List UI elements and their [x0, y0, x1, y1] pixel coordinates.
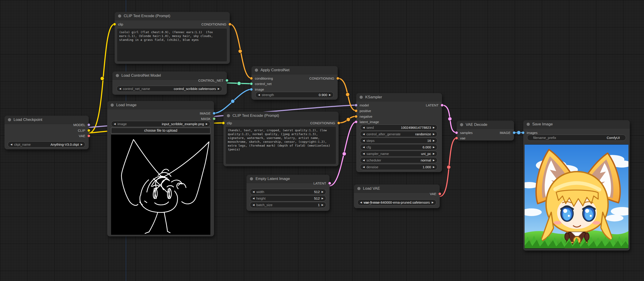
decrement-arrow-icon[interactable]: ◀ [363, 133, 364, 135]
conditioning-port-icon[interactable] [336, 77, 339, 80]
widget-batch-size[interactable]: ◀ batch_size 1 ▶ [250, 202, 326, 208]
collapse-dot[interactable] [8, 118, 11, 121]
latent-port-icon[interactable] [354, 120, 358, 123]
mask-port-icon[interactable] [213, 117, 216, 120]
decrement-arrow-icon[interactable]: ◀ [258, 94, 260, 96]
input-slot-image[interactable]: image [250, 87, 264, 92]
output-slot-mask[interactable]: MASK [201, 116, 216, 121]
collapse-dot[interactable] [118, 14, 121, 17]
input-slot-vae[interactable]: vae [455, 135, 466, 141]
widget-height[interactable]: ◀ height 512 ▶ [250, 195, 326, 201]
widget-image-filename[interactable]: ◀ image input_scribble_example.png ▶ [111, 121, 210, 127]
output-slot-conditioning[interactable]: CONDITIONING [309, 75, 339, 81]
image-port-icon[interactable] [213, 112, 216, 115]
increment-arrow-icon[interactable]: ▶ [329, 94, 331, 96]
increment-arrow-icon[interactable]: ▶ [218, 87, 220, 90]
node-graph-canvas[interactable]: Load Checkpoint MODEL CLIP VAE ◀ ckpt_na… [0, 0, 644, 281]
collapse-dot[interactable] [357, 187, 360, 190]
widget-scheduler[interactable]: ◀ scheduler normal ▶ [360, 157, 438, 163]
collapse-dot[interactable] [227, 114, 230, 117]
increment-arrow-icon[interactable]: ▶ [322, 204, 324, 206]
widget-filename-prefix[interactable]: filename_prefix ComfyUI [527, 135, 626, 141]
node-titlebar[interactable]: CLIP Text Encode (Prompt) [224, 112, 338, 120]
clip-port-icon[interactable] [87, 129, 90, 132]
widget-control-net-name[interactable]: ◀ control_net_name control_scribble.safe… [116, 86, 222, 92]
increment-arrow-icon[interactable]: ▶ [81, 143, 82, 146]
output-slot-control-net[interactable]: CONTROL_NET [198, 78, 228, 83]
decrement-arrow-icon[interactable]: ◀ [363, 146, 364, 148]
widget-seed[interactable]: ◀ seed 1002496614778823 ▶ [360, 124, 438, 131]
output-slot-clip[interactable]: CLIP [78, 128, 90, 133]
input-slot-positive[interactable]: positive [354, 108, 371, 113]
increment-arrow-icon[interactable]: ▶ [322, 197, 324, 200]
positive-prompt-textarea[interactable]: (solo) girl (flat chest:0.9), (fennec ea… [117, 29, 227, 61]
image-port-icon[interactable] [522, 131, 524, 134]
widget-steps[interactable]: ◀ steps 16 ▶ [360, 138, 438, 144]
decrement-arrow-icon[interactable]: ◀ [119, 87, 121, 90]
controlnet-port-icon[interactable] [226, 79, 228, 82]
input-slot-model[interactable]: model [354, 102, 369, 108]
model-port-icon[interactable] [87, 123, 90, 126]
node-titlebar[interactable]: Load VAE [354, 185, 440, 193]
collapse-dot[interactable] [250, 177, 253, 180]
latent-port-icon[interactable] [440, 104, 444, 107]
decrement-arrow-icon[interactable]: ◀ [363, 152, 364, 155]
increment-arrow-icon[interactable]: ▶ [433, 159, 435, 161]
output-slot-image[interactable]: IMAGE [200, 110, 216, 116]
latent-port-icon[interactable] [455, 131, 458, 134]
latent-port-icon[interactable] [328, 182, 331, 185]
increment-arrow-icon[interactable]: ▶ [432, 201, 434, 204]
increment-arrow-icon[interactable]: ▶ [433, 152, 435, 155]
output-slot-conditioning[interactable]: CONDITIONING [310, 120, 340, 126]
controlnet-port-icon[interactable] [250, 82, 253, 85]
input-slot-latent-image[interactable]: latent_image [354, 119, 379, 124]
decrement-arrow-icon[interactable]: ◀ [10, 143, 12, 146]
widget-cfg[interactable]: ◀ cfg 6.000 ▶ [360, 144, 438, 150]
conditioning-port-icon[interactable] [250, 77, 253, 80]
output-slot-model[interactable]: MODEL [73, 122, 90, 127]
collapse-dot[interactable] [460, 123, 463, 126]
widget-sampler-name[interactable]: ◀ sampler_name uni_pc ▶ [360, 151, 438, 157]
node-titlebar[interactable]: Save Image [523, 120, 630, 129]
conditioning-port-icon[interactable] [354, 115, 358, 118]
node-titlebar[interactable]: Apply ControlNet [252, 66, 338, 74]
increment-arrow-icon[interactable]: ▶ [322, 191, 324, 193]
clip-port-icon[interactable] [222, 122, 225, 124]
widget-width[interactable]: ◀ width 512 ▶ [250, 189, 326, 195]
increment-arrow-icon[interactable]: ▶ [433, 126, 435, 129]
image-port-icon[interactable] [513, 131, 516, 134]
input-slot-clip[interactable]: clip [113, 21, 123, 27]
collapse-dot[interactable] [526, 123, 530, 126]
widget-denoise[interactable]: ◀ denoise 1.000 ▶ [360, 164, 438, 170]
decrement-arrow-icon[interactable]: ◀ [252, 191, 254, 193]
output-slot-vae[interactable]: VAE [430, 191, 441, 196]
decrement-arrow-icon[interactable]: ◀ [363, 166, 364, 168]
node-titlebar[interactable]: Load Image [107, 101, 214, 109]
decrement-arrow-icon[interactable]: ◀ [363, 159, 364, 161]
input-slot-negative[interactable]: negative [354, 114, 372, 119]
node-titlebar[interactable]: KSampler [356, 93, 442, 101]
widget-vae-name[interactable]: ◀ vae_name vae-ft-mse-840000-ema-pruned.… [357, 199, 436, 206]
collapse-dot[interactable] [360, 96, 363, 99]
output-slot-vae[interactable]: VAE [79, 133, 90, 138]
output-slot-conditioning[interactable]: CONDITIONING [201, 21, 231, 27]
conditioning-port-icon[interactable] [354, 109, 358, 112]
negative-prompt-textarea[interactable]: (hands), text, error, cropped, (worst qu… [226, 127, 336, 164]
clip-port-icon[interactable] [113, 23, 116, 26]
conditioning-port-icon[interactable] [228, 23, 231, 26]
vae-port-icon[interactable] [455, 137, 458, 140]
widget-strength[interactable]: ◀ strength 0.900 ▶ [255, 92, 334, 98]
decrement-arrow-icon[interactable]: ◀ [252, 204, 254, 206]
node-titlebar[interactable]: VAE Decode [457, 121, 514, 129]
collapse-dot[interactable] [255, 68, 258, 72]
increment-arrow-icon[interactable]: ▶ [433, 166, 435, 168]
collapse-dot[interactable] [116, 74, 119, 77]
collapse-dot[interactable] [110, 103, 114, 107]
decrement-arrow-icon[interactable]: ◀ [252, 197, 254, 200]
increment-arrow-icon[interactable]: ▶ [433, 139, 435, 142]
node-titlebar[interactable]: CLIP Text Encode (Prompt) [115, 12, 230, 20]
vae-port-icon[interactable] [438, 192, 441, 195]
choose-file-button[interactable]: choose file to upload [111, 128, 210, 134]
image-port-icon[interactable] [250, 88, 253, 91]
model-port-icon[interactable] [354, 104, 358, 107]
